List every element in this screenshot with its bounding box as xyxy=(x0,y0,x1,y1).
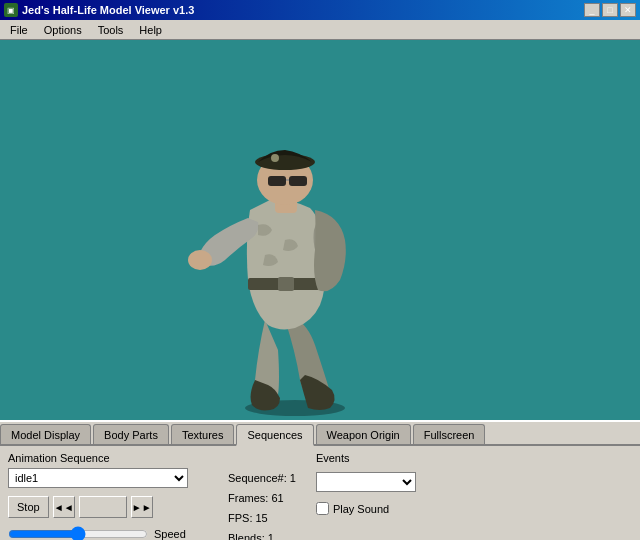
menu-file[interactable]: File xyxy=(2,22,36,38)
menu-bar: File Options Tools Help xyxy=(0,20,640,40)
play-sound-checkbox[interactable] xyxy=(316,502,329,515)
tab-body-parts[interactable]: Body Parts xyxy=(93,424,169,444)
titlebar-controls[interactable]: _ □ ✕ xyxy=(584,3,636,17)
window-title: Jed's Half-Life Model Viewer v1.3 xyxy=(22,4,194,16)
svg-point-6 xyxy=(255,154,315,170)
model-viewport[interactable] xyxy=(0,40,640,420)
menu-options[interactable]: Options xyxy=(36,22,90,38)
speed-label: Speed xyxy=(154,528,186,540)
play-button[interactable] xyxy=(79,496,127,518)
anim-sequence-label: Animation Sequence xyxy=(8,452,208,464)
tab-content-sequences: Animation Sequence idle1 idle2 walk run … xyxy=(0,446,640,540)
playback-controls: Stop ◄◄ ►► xyxy=(8,496,208,518)
titlebar-left: ▣ Jed's Half-Life Model Viewer v1.3 xyxy=(4,3,194,17)
sequence-info-section: Sequence#: 1 Frames: 61 FPS: 15 Blends: … xyxy=(228,452,296,540)
model-display xyxy=(0,40,640,420)
events-dropdown[interactable] xyxy=(316,472,416,492)
play-sound-row: Play Sound xyxy=(316,502,416,515)
app-icon: ▣ xyxy=(4,3,18,17)
svg-rect-2 xyxy=(278,277,294,291)
tab-weapon-origin[interactable]: Weapon Origin xyxy=(316,424,411,444)
info-sequence: Sequence#: 1 xyxy=(228,470,296,486)
tab-fullscreen[interactable]: Fullscreen xyxy=(413,424,486,444)
info-fps: FPS: 15 xyxy=(228,510,296,526)
rewind-button[interactable]: ◄◄ xyxy=(53,496,75,518)
speed-slider[interactable] xyxy=(8,526,148,540)
bottom-panel: Model Display Body Parts Textures Sequen… xyxy=(0,420,640,540)
info-frames: Frames: 61 xyxy=(228,490,296,506)
menu-help[interactable]: Help xyxy=(131,22,170,38)
animation-sequence-dropdown[interactable]: idle1 idle2 walk run shoot xyxy=(8,468,188,488)
menu-tools[interactable]: Tools xyxy=(90,22,132,38)
svg-rect-8 xyxy=(268,176,286,186)
tab-textures[interactable]: Textures xyxy=(171,424,235,444)
events-section: Events Play Sound xyxy=(316,452,416,540)
close-button[interactable]: ✕ xyxy=(620,3,636,17)
stop-button[interactable]: Stop xyxy=(8,496,49,518)
events-label: Events xyxy=(316,452,416,464)
maximize-button[interactable]: □ xyxy=(602,3,618,17)
tab-sequences[interactable]: Sequences xyxy=(236,424,313,446)
forward-button[interactable]: ►► xyxy=(131,496,153,518)
title-bar: ▣ Jed's Half-Life Model Viewer v1.3 _ □ … xyxy=(0,0,640,20)
svg-point-3 xyxy=(188,250,212,270)
animation-sequence-section: Animation Sequence idle1 idle2 walk run … xyxy=(8,452,208,540)
info-blends: Blends: 1 xyxy=(228,530,296,540)
tab-bar: Model Display Body Parts Textures Sequen… xyxy=(0,422,640,446)
minimize-button[interactable]: _ xyxy=(584,3,600,17)
tab-model-display[interactable]: Model Display xyxy=(0,424,91,444)
svg-point-7 xyxy=(271,154,279,162)
sequences-panel: Animation Sequence idle1 idle2 walk run … xyxy=(8,452,632,540)
play-sound-label: Play Sound xyxy=(333,503,389,515)
svg-rect-9 xyxy=(289,176,307,186)
speed-slider-row: Speed xyxy=(8,526,208,540)
